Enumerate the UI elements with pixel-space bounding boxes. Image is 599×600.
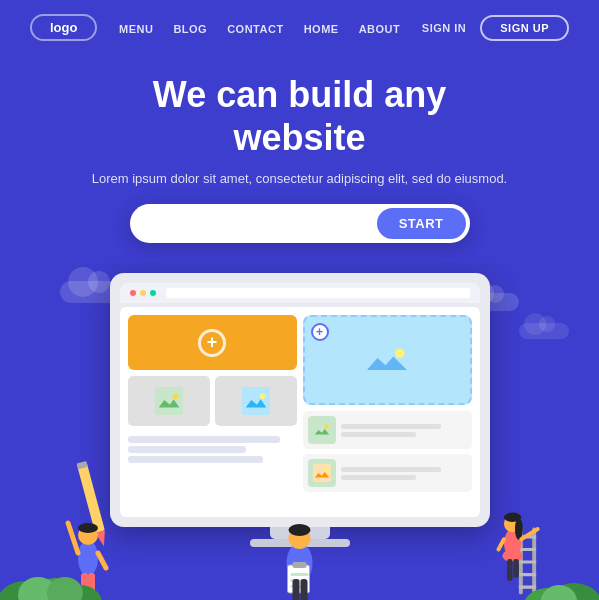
nav-links: MENU BLOG CONTACT HOME ABOUT xyxy=(119,19,400,37)
navbar: logo MENU BLOG CONTACT HOME ABOUT SIGN I… xyxy=(0,0,599,55)
svg-line-43 xyxy=(498,540,504,550)
hero-section: We can build any website Lorem ipsum dol… xyxy=(0,55,599,253)
svg-point-7 xyxy=(324,425,329,430)
monitor-url xyxy=(166,288,470,298)
right-row-2 xyxy=(303,454,472,492)
rrl-1-2 xyxy=(341,432,417,437)
illustration-section: + xyxy=(0,263,599,600)
svg-rect-25 xyxy=(290,573,308,576)
svg-point-22 xyxy=(288,524,310,536)
dot-green xyxy=(150,290,156,296)
hero-title: We can build any website xyxy=(30,73,569,159)
logo: logo xyxy=(30,14,97,41)
right-row-1 xyxy=(303,411,472,449)
rrl-2-2 xyxy=(341,475,417,480)
svg-rect-33 xyxy=(519,548,536,551)
person-mid xyxy=(272,473,327,600)
svg-rect-6 xyxy=(313,421,331,439)
text-line-3 xyxy=(128,456,263,463)
nav-right: SIGN IN SIGN UP xyxy=(422,15,569,41)
dot-red xyxy=(130,290,136,296)
svg-point-9 xyxy=(324,468,329,473)
plus-small-icon: + xyxy=(311,323,329,341)
rr-lines-2 xyxy=(341,467,467,480)
nav-home[interactable]: HOME xyxy=(304,23,339,35)
svg-rect-10 xyxy=(77,463,105,533)
rr-lines-1 xyxy=(341,424,467,437)
rrl-2-1 xyxy=(341,467,442,472)
nav-about[interactable]: ABOUT xyxy=(359,23,401,35)
cloud-3 xyxy=(519,323,569,339)
text-lines xyxy=(128,432,297,467)
svg-point-1 xyxy=(172,394,178,400)
sign-up-button[interactable]: SIGN UP xyxy=(480,15,569,41)
rr-img-1 xyxy=(308,416,336,444)
rrl-1-1 xyxy=(341,424,442,429)
nav-blog[interactable]: BLOG xyxy=(173,23,207,35)
bushes-left xyxy=(0,543,180,600)
plus-icon: + xyxy=(198,329,226,357)
svg-point-3 xyxy=(259,394,265,400)
search-bar-inner: START xyxy=(130,204,470,243)
text-line-2 xyxy=(128,446,246,453)
search-bar: START xyxy=(30,204,569,243)
svg-point-5 xyxy=(395,349,405,359)
monitor-bar xyxy=(120,283,480,303)
svg-rect-24 xyxy=(292,562,306,568)
screen-right: + xyxy=(303,315,472,509)
img-thumb-1 xyxy=(128,376,210,426)
svg-rect-28 xyxy=(292,579,299,600)
right-rows xyxy=(303,411,472,492)
img-big: + xyxy=(303,315,472,405)
yellow-block: + xyxy=(128,315,297,370)
dot-yellow xyxy=(140,290,146,296)
text-line-1 xyxy=(128,436,280,443)
hero-subtitle: Lorem ipsum dolor sit amet, consectetur … xyxy=(30,171,569,186)
svg-point-15 xyxy=(78,523,98,533)
nav-menu[interactable]: MENU xyxy=(119,23,153,35)
svg-rect-0 xyxy=(155,387,183,415)
bushes-right xyxy=(469,553,599,600)
svg-rect-2 xyxy=(242,387,270,415)
svg-rect-29 xyxy=(300,579,307,600)
search-input[interactable] xyxy=(148,216,377,231)
img-thumb-2 xyxy=(215,376,297,426)
sign-in-link[interactable]: SIGN IN xyxy=(422,22,466,34)
start-button[interactable]: START xyxy=(377,208,466,239)
nav-contact[interactable]: CONTACT xyxy=(227,23,283,35)
svg-rect-4 xyxy=(363,342,411,378)
image-grid xyxy=(128,376,297,426)
